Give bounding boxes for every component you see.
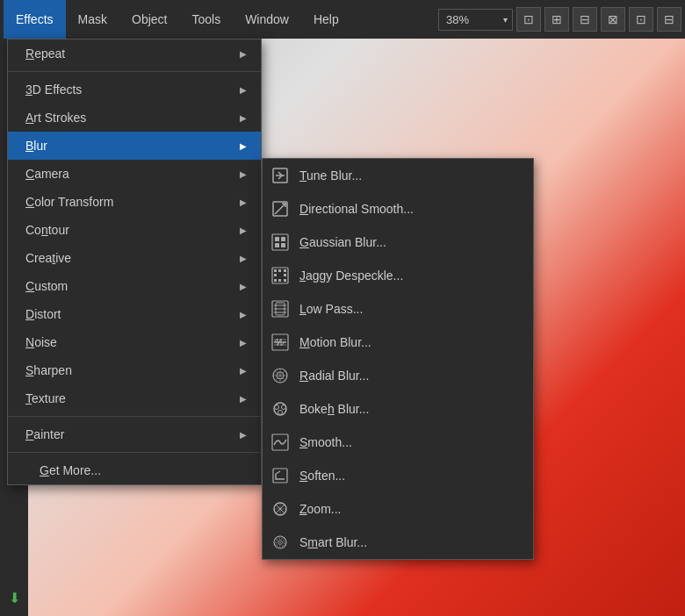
- blur-submenu: Tune Blur... Directional Smooth...: [262, 158, 534, 560]
- low-pass-icon: [270, 298, 291, 319]
- menu-object[interactable]: Object: [119, 0, 179, 39]
- noise-arrow: ▶: [240, 338, 247, 347]
- snap-button[interactable]: ⊡: [629, 7, 653, 32]
- add-library-button[interactable]: ⬇: [3, 586, 25, 609]
- svg-line-45: [276, 509, 280, 513]
- svg-rect-5: [275, 237, 279, 241]
- menu-effects[interactable]: Effects: [4, 0, 66, 39]
- repeat-arrow: ▶: [240, 49, 247, 59]
- 3d-effects-arrow: ▶: [240, 85, 247, 95]
- camera-arrow: ▶: [240, 169, 247, 179]
- svg-rect-8: [281, 243, 285, 247]
- effects-menu: Repeat ▶ 3D Effects ▶ Art Strokes ▶ Blur…: [7, 39, 262, 485]
- menu-window[interactable]: Window: [233, 0, 301, 39]
- blur-item-smart-blur[interactable]: Smart Blur...: [263, 526, 533, 559]
- svg-rect-17: [284, 279, 286, 282]
- svg-point-36: [278, 411, 283, 415]
- menu-help[interactable]: Help: [301, 0, 351, 39]
- svg-point-34: [275, 405, 279, 410]
- menu-item-color-transform[interactable]: Color Transform ▶: [8, 188, 261, 216]
- menu-item-blur[interactable]: Blur ▶: [8, 132, 261, 160]
- svg-rect-11: [278, 269, 281, 272]
- soften-icon: [270, 465, 291, 486]
- tune-blur-icon: [270, 165, 291, 186]
- separator-2: [8, 416, 261, 417]
- menu-item-art-strokes[interactable]: Art Strokes ▶: [8, 104, 261, 132]
- menu-item-creative[interactable]: Creative ▶: [8, 244, 261, 272]
- svg-line-44: [280, 505, 285, 509]
- svg-rect-6: [281, 237, 285, 241]
- smooth-icon: [270, 432, 291, 453]
- svg-rect-13: [274, 274, 277, 276]
- blur-item-smooth[interactable]: Smooth...: [263, 426, 533, 459]
- blur-item-jaggy-despeckle[interactable]: Jaggy Despeckle...: [263, 259, 533, 292]
- motion-blur-icon: [270, 332, 291, 353]
- texture-arrow: ▶: [240, 394, 247, 404]
- menu-item-custom[interactable]: Custom ▶: [8, 272, 261, 300]
- zoom-blur-icon: [270, 498, 291, 519]
- menu-item-repeat[interactable]: Repeat ▶: [8, 39, 261, 68]
- menu-item-sharpen[interactable]: Sharpen ▶: [8, 356, 261, 384]
- separator-1: [8, 71, 261, 72]
- menu-item-distort[interactable]: Distort ▶: [8, 300, 261, 328]
- art-strokes-arrow: ▶: [240, 113, 247, 123]
- svg-rect-14: [284, 274, 286, 276]
- svg-point-35: [282, 405, 286, 410]
- menu-item-texture[interactable]: Texture ▶: [8, 384, 261, 412]
- svg-rect-10: [274, 269, 277, 272]
- radial-blur-icon: [270, 365, 291, 386]
- align-button[interactable]: ⊠: [601, 7, 625, 32]
- svg-line-39: [276, 471, 280, 474]
- contour-arrow: ▶: [240, 226, 247, 235]
- custom-arrow: ▶: [240, 282, 247, 291]
- svg-rect-15: [278, 279, 281, 282]
- grid-button[interactable]: ⊟: [573, 7, 597, 32]
- menu-item-camera[interactable]: Camera ▶: [8, 160, 261, 188]
- rulers-button[interactable]: ⊞: [544, 7, 569, 32]
- view-button[interactable]: ⊟: [657, 7, 681, 32]
- blur-item-radial-blur[interactable]: Radial Blur...: [263, 359, 533, 392]
- jaggy-despeckle-icon: [270, 265, 291, 286]
- blur-item-zoom[interactable]: Zoom...: [263, 492, 533, 526]
- menu-item-get-more[interactable]: Get More...: [8, 456, 261, 484]
- effects-dropdown: Repeat ▶ 3D Effects ▶ Art Strokes ▶ Blur…: [7, 39, 262, 485]
- blur-item-motion-blur[interactable]: Motion Blur...: [263, 326, 533, 359]
- blur-item-gaussian-blur[interactable]: Gaussian Blur...: [263, 226, 533, 259]
- smart-blur-icon: [270, 532, 291, 553]
- blur-item-low-pass[interactable]: Low Pass...: [263, 292, 533, 326]
- menu-item-3d-effects[interactable]: 3D Effects ▶: [8, 75, 261, 104]
- fit-page-button[interactable]: ⊡: [516, 7, 541, 32]
- blur-item-directional-smooth[interactable]: Directional Smooth...: [263, 192, 533, 226]
- blur-item-tune-blur[interactable]: Tune Blur...: [263, 159, 533, 192]
- zoom-select[interactable]: 38% 50% 75% 100%: [438, 9, 513, 31]
- svg-rect-16: [274, 279, 277, 282]
- menu-item-contour[interactable]: Contour ▶: [8, 216, 261, 244]
- blur-arrow: ▶: [240, 141, 247, 151]
- distort-arrow: ▶: [240, 310, 247, 319]
- svg-line-46: [280, 509, 285, 513]
- sharpen-arrow: ▶: [240, 366, 247, 376]
- painter-arrow: ▶: [240, 430, 247, 440]
- blur-item-soften[interactable]: Soften...: [263, 459, 533, 492]
- menu-mask[interactable]: Mask: [66, 0, 119, 39]
- svg-rect-7: [275, 243, 279, 247]
- svg-line-3: [275, 204, 285, 214]
- blur-item-bokeh-blur[interactable]: Bokeh Blur...: [263, 392, 533, 426]
- svg-rect-12: [284, 269, 286, 272]
- gaussian-blur-icon: [270, 232, 291, 253]
- svg-rect-4: [272, 234, 288, 250]
- bokeh-blur-icon: [270, 398, 291, 419]
- zoom-wrapper: 38% 50% 75% 100% ▾: [438, 9, 513, 31]
- creative-arrow: ▶: [240, 254, 247, 263]
- menu-item-noise[interactable]: Noise ▶: [8, 328, 261, 356]
- separator-3: [8, 452, 261, 453]
- menubar: Effects Mask Object Tools Window Help 38…: [0, 0, 685, 39]
- svg-point-50: [279, 541, 281, 543]
- color-transform-arrow: ▶: [240, 197, 247, 207]
- directional-smooth-icon: [270, 198, 291, 219]
- menu-tools[interactable]: Tools: [179, 0, 233, 39]
- menu-item-painter[interactable]: Painter ▶: [8, 420, 261, 448]
- svg-line-43: [276, 505, 280, 509]
